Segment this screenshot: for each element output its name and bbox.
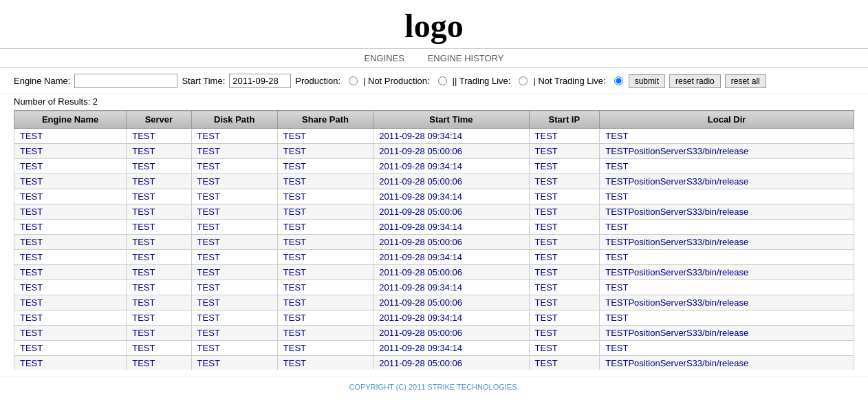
- table-cell: TEST: [127, 295, 191, 310]
- table-cell: 2011-09-28 05:00:06: [373, 295, 529, 310]
- not-trading-live-radio[interactable]: [614, 76, 623, 85]
- not-trading-live-label: | Not Trading Live:: [533, 76, 605, 86]
- footer: COPYRIGHT (C) 2011 STRIKE TECHNOLOGIES.: [0, 377, 868, 397]
- table-cell: TEST: [14, 204, 127, 220]
- table-row: TESTTESTTESTTEST2011-09-28 05:00:06TESTT…: [14, 235, 854, 250]
- col-disk-path: Disk Path: [191, 111, 277, 129]
- table-row: TESTTESTTESTTEST2011-09-28 05:00:06TESTT…: [14, 144, 854, 159]
- table-cell: TEST: [14, 189, 127, 204]
- table-cell: TEST: [277, 280, 373, 295]
- table-cell: TEST: [191, 356, 277, 370]
- table-cell: TEST: [277, 250, 373, 265]
- table-cell: TEST: [14, 159, 127, 174]
- table-cell: TEST: [191, 235, 277, 250]
- engine-name-input[interactable]: [74, 74, 177, 88]
- table-cell: TEST: [600, 159, 854, 174]
- table-cell: TEST: [529, 295, 600, 310]
- table-cell: TEST: [127, 174, 191, 189]
- table-cell: TEST: [14, 265, 127, 280]
- table-cell: TEST: [277, 159, 373, 174]
- table-cell: TEST: [14, 129, 127, 144]
- col-engine-name: Engine Name: [14, 111, 127, 129]
- table-cell: TEST: [529, 189, 600, 204]
- table-cell: TEST: [277, 204, 373, 220]
- table-cell: TEST: [277, 189, 373, 204]
- table-row: TESTTESTTESTTEST2011-09-28 09:34:14TESTT…: [14, 129, 854, 144]
- table-container: Engine Name Server Disk Path Share Path …: [0, 110, 868, 370]
- start-time-input[interactable]: [229, 74, 291, 88]
- table-cell: TEST: [191, 326, 277, 341]
- table-cell: TESTPositionServerS33/bin/release: [600, 356, 854, 370]
- table-cell: TEST: [14, 356, 127, 370]
- table-cell: TEST: [600, 189, 854, 204]
- table-row: TESTTESTTESTTEST2011-09-28 05:00:06TESTT…: [14, 174, 854, 189]
- table-row: TESTTESTTESTTEST2011-09-28 09:34:14TESTT…: [14, 310, 854, 326]
- table-cell: TEST: [14, 220, 127, 235]
- table-cell: 2011-09-28 09:34:14: [373, 310, 529, 326]
- table-cell: TEST: [191, 295, 277, 310]
- table-cell: TEST: [600, 341, 854, 356]
- table-cell: TEST: [191, 159, 277, 174]
- table-cell: TEST: [14, 174, 127, 189]
- table-cell: TEST: [14, 295, 127, 310]
- table-cell: 2011-09-28 05:00:06: [373, 204, 529, 220]
- col-share-path: Share Path: [277, 111, 373, 129]
- not-production-radio[interactable]: [438, 76, 447, 85]
- table-row: TESTTESTTESTTEST2011-09-28 05:00:06TESTT…: [14, 356, 854, 370]
- table-cell: TEST: [191, 265, 277, 280]
- not-production-label: | Not Production:: [363, 76, 430, 86]
- table-cell: TEST: [529, 204, 600, 220]
- trading-live-radio[interactable]: [519, 76, 528, 85]
- nav-engines[interactable]: ENGINES: [365, 53, 405, 63]
- table-cell: TEST: [600, 310, 854, 326]
- table-cell: TEST: [127, 326, 191, 341]
- submit-button[interactable]: submit: [629, 74, 665, 88]
- table-cell: 2011-09-28 09:34:14: [373, 129, 529, 144]
- reset-radio-button[interactable]: reset radio: [669, 74, 721, 88]
- start-time-label: Start Time:: [182, 76, 225, 86]
- table-cell: TEST: [191, 220, 277, 235]
- col-local-dir: Local Dir: [600, 111, 854, 129]
- nav-engine-history[interactable]: ENGINE HISTORY: [428, 53, 504, 63]
- table-cell: TESTPositionServerS33/bin/release: [600, 235, 854, 250]
- table-cell: TEST: [191, 204, 277, 220]
- table-row: TESTTESTTESTTEST2011-09-28 09:34:14TESTT…: [14, 280, 854, 295]
- table-cell: TEST: [191, 129, 277, 144]
- results-table: Engine Name Server Disk Path Share Path …: [14, 110, 854, 370]
- table-cell: 2011-09-28 09:34:14: [373, 159, 529, 174]
- table-cell: TEST: [127, 159, 191, 174]
- table-cell: 2011-09-28 05:00:06: [373, 174, 529, 189]
- table-cell: 2011-09-28 05:00:06: [373, 235, 529, 250]
- table-cell: TEST: [14, 280, 127, 295]
- table-row: TESTTESTTESTTEST2011-09-28 09:34:14TESTT…: [14, 220, 854, 235]
- table-cell: TEST: [127, 250, 191, 265]
- table-cell: TESTPositionServerS33/bin/release: [600, 204, 854, 220]
- table-cell: 2011-09-28 09:34:14: [373, 341, 529, 356]
- table-cell: TESTPositionServerS33/bin/release: [600, 265, 854, 280]
- col-server: Server: [127, 111, 191, 129]
- table-cell: TEST: [191, 174, 277, 189]
- table-cell: TEST: [191, 280, 277, 295]
- table-cell: TEST: [127, 220, 191, 235]
- table-cell: TEST: [529, 341, 600, 356]
- reset-all-button[interactable]: reset all: [725, 74, 766, 88]
- engine-name-label: Engine Name:: [14, 76, 70, 86]
- table-cell: TEST: [277, 144, 373, 159]
- production-radio[interactable]: [349, 76, 358, 85]
- table-header: Engine Name Server Disk Path Share Path …: [14, 111, 854, 129]
- table-body: TESTTESTTESTTEST2011-09-28 09:34:14TESTT…: [14, 129, 854, 370]
- table-cell: TEST: [600, 220, 854, 235]
- table-cell: TEST: [127, 280, 191, 295]
- table-cell: TEST: [191, 189, 277, 204]
- table-row: TESTTESTTESTTEST2011-09-28 09:34:14TESTT…: [14, 250, 854, 265]
- table-cell: TEST: [529, 129, 600, 144]
- table-cell: TEST: [14, 326, 127, 341]
- table-cell: TEST: [191, 310, 277, 326]
- navigation: ENGINES ENGINE HISTORY: [0, 49, 868, 68]
- table-cell: TEST: [191, 250, 277, 265]
- result-count: Number of Results: 2: [0, 94, 868, 110]
- table-row: TESTTESTTESTTEST2011-09-28 09:34:14TESTT…: [14, 341, 854, 356]
- table-cell: 2011-09-28 09:34:14: [373, 220, 529, 235]
- table-cell: TEST: [127, 265, 191, 280]
- table-cell: TEST: [529, 174, 600, 189]
